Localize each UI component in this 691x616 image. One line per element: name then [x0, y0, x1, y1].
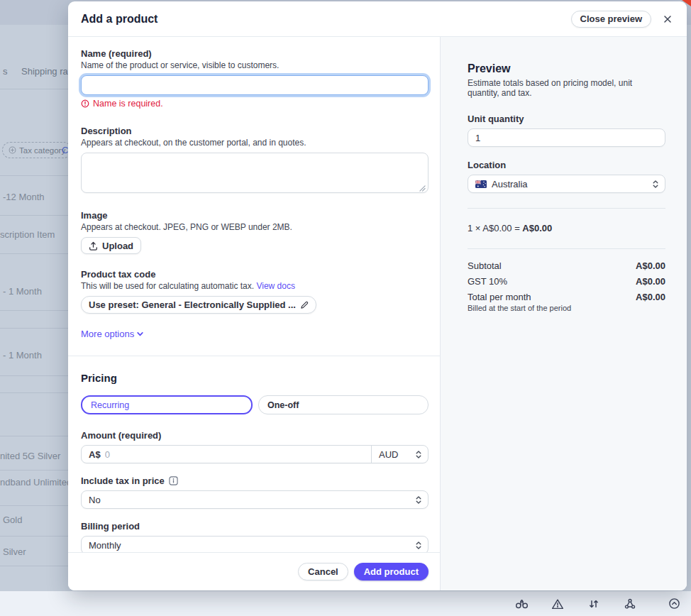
bg-divider — [0, 505, 68, 506]
location-select[interactable]: Australia — [468, 175, 665, 193]
plus-circle-icon — [9, 146, 16, 154]
bg-divider — [0, 328, 68, 329]
totals-table: Subtotal A$0.00 GST 10% A$0.00 Total per… — [468, 260, 665, 312]
tax-code-label: Product tax code — [81, 269, 429, 280]
bg-divider — [0, 375, 68, 376]
description-textarea[interactable] — [81, 153, 429, 193]
screen: s Shipping rate Tax category C -12 Month… — [0, 0, 691, 616]
amount-input[interactable] — [105, 449, 364, 460]
close-button[interactable] — [657, 9, 678, 30]
location-label: Location — [468, 160, 665, 170]
include-tax-select[interactable]: No — [81, 490, 429, 509]
sort-arrows-icon[interactable] — [587, 597, 601, 611]
form-scroll-area[interactable]: Name (required) Name of the product or s… — [68, 37, 440, 552]
calc-total: A$0.00 — [522, 223, 552, 233]
gst-value: A$0.00 — [636, 276, 665, 287]
preview-divider — [468, 208, 665, 209]
subtotal-label: Subtotal — [468, 260, 502, 271]
preview-pane: Preview Estimate totals based on pricing… — [440, 37, 687, 590]
location-value: Australia — [492, 179, 528, 189]
error-circle-icon — [81, 99, 89, 108]
amount-input-wrap: A$ — [82, 446, 371, 463]
bg-divider — [0, 253, 68, 254]
upload-label: Upload — [102, 241, 133, 251]
preview-subtitle: Estimate totals based on pricing model, … — [468, 78, 665, 98]
warning-icon[interactable] — [551, 597, 565, 611]
tax-code-helper: This will be used for calculating automa… — [81, 281, 429, 291]
gst-label: GST 10% — [468, 276, 507, 287]
view-docs-link[interactable]: View docs — [256, 281, 294, 291]
add-product-button[interactable]: Add product — [354, 563, 429, 581]
total-value: A$0.00 — [636, 292, 665, 302]
upload-icon — [89, 241, 98, 251]
bg-tab-partial[interactable]: s — [3, 66, 8, 77]
bg-partial-link[interactable]: C — [62, 145, 68, 155]
billing-period-value: Monthly — [89, 540, 121, 551]
image-field-group: Image Appears at checkout. JPEG, PNG or … — [81, 210, 429, 254]
name-field-group: Name (required) Name of the product or s… — [81, 48, 429, 109]
gst-row: GST 10% A$0.00 — [468, 276, 665, 287]
image-helper: Appears at checkout. JPEG, PNG or WEBP u… — [81, 222, 429, 232]
info-icon[interactable] — [169, 476, 178, 485]
workflow-icon[interactable] — [623, 597, 637, 611]
include-tax-field-group: Include tax in price No — [81, 475, 429, 509]
one-off-option[interactable]: One-off — [258, 395, 429, 414]
bg-divider — [0, 215, 68, 216]
bg-divider — [0, 470, 68, 471]
billing-period-label: Billing period — [81, 521, 429, 532]
pricing-model-segment: Recurring One-off — [81, 395, 429, 414]
subtotal-row: Subtotal A$0.00 — [468, 260, 665, 271]
description-helper: Appears at checkout, on the customer por… — [81, 138, 429, 148]
tax-category-filter-label: Tax category — [19, 146, 65, 155]
upload-button[interactable]: Upload — [81, 237, 141, 254]
pricing-heading: Pricing — [81, 372, 429, 384]
collapse-icon[interactable] — [667, 597, 681, 611]
location-field-group: Location — [468, 160, 665, 193]
subtotal-value: A$0.00 — [636, 260, 665, 271]
bg-row-text: ndband Unlimited — [0, 477, 72, 488]
currency-value: AUD — [379, 449, 398, 460]
modal-footer: Cancel Add product — [68, 552, 440, 590]
unit-quantity-input[interactable] — [468, 128, 665, 147]
tax-preset-label: Use preset: General - Electronically Sup… — [89, 299, 296, 310]
modal-header: Add a product Close preview — [68, 1, 687, 37]
total-label: Total per month — [468, 292, 531, 302]
select-chevrons-icon — [415, 541, 422, 550]
billing-period-select[interactable]: Monthly — [81, 536, 429, 552]
bg-divider — [0, 392, 68, 393]
billing-period-field-group: Billing period Monthly — [81, 521, 429, 552]
cancel-button[interactable]: Cancel — [298, 563, 348, 581]
select-chevrons-icon — [652, 180, 659, 189]
billing-note: Billed at the start of the period — [468, 304, 571, 312]
australia-flag-icon — [475, 180, 487, 188]
name-helper: Name of the product or service, visible … — [81, 60, 429, 70]
bg-divider — [0, 89, 68, 89]
currency-prefix: A$ — [89, 449, 101, 460]
add-product-modal: Add a product Close preview Name (requir… — [68, 1, 687, 590]
include-tax-label: Include tax in price — [81, 475, 165, 486]
bg-row-text: nited 5G Silver — [0, 451, 60, 461]
preview-divider — [468, 248, 665, 249]
bg-row-text: - 1 Month — [3, 350, 42, 361]
tax-preset-button[interactable]: Use preset: General - Electronically Sup… — [81, 296, 316, 314]
recurring-option[interactable]: Recurring — [81, 395, 253, 414]
name-input[interactable] — [81, 75, 429, 95]
currency-select[interactable]: AUD — [371, 446, 428, 463]
unit-calculation: 1 × A$0.00 = A$0.00 — [468, 223, 665, 233]
modal-title: Add a product — [81, 13, 571, 26]
image-label: Image — [81, 210, 429, 221]
more-options-link[interactable]: More options — [81, 329, 144, 339]
close-preview-button[interactable]: Close preview — [571, 11, 651, 28]
select-chevrons-icon — [415, 450, 422, 459]
bg-row-text: Silver — [3, 546, 26, 557]
name-error-text: Name is required. — [93, 99, 163, 109]
name-label: Name (required) — [81, 48, 429, 59]
bg-row-text: scription Item — [0, 229, 55, 240]
bg-divider — [0, 175, 68, 176]
binoculars-icon[interactable] — [514, 597, 529, 611]
amount-field-group: Amount (required) A$ AUD — [81, 430, 429, 463]
chevron-down-icon — [136, 330, 144, 338]
bg-row-text: Gold — [3, 515, 22, 525]
total-per-month-row: Total per month Billed at the start of t… — [468, 292, 665, 312]
amount-label: Amount (required) — [81, 430, 429, 441]
